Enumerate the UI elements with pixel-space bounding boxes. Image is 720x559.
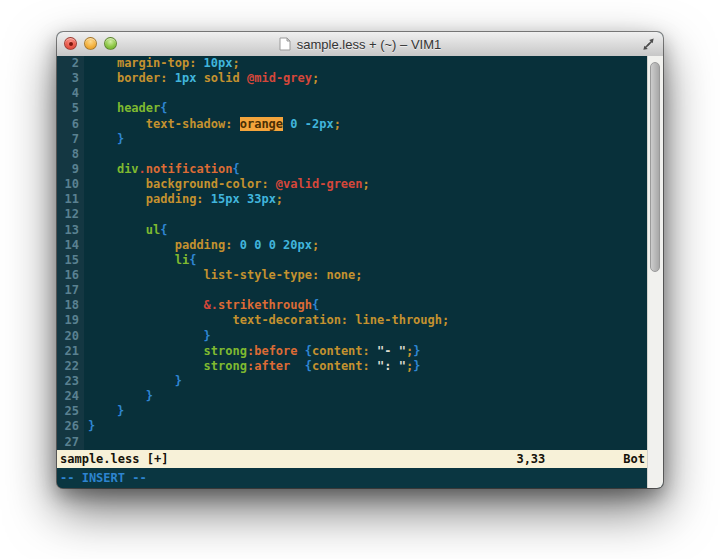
line-number: 22 xyxy=(57,359,84,374)
code-line[interactable]: 3 border: 1px solid @mid-grey; xyxy=(57,71,647,86)
line-content: padding: 15px 33px; xyxy=(84,192,283,207)
line-content: header{ xyxy=(84,101,168,116)
fullscreen-icon[interactable] xyxy=(641,37,656,52)
code-line[interactable]: 14 padding: 0 0 0 20px; xyxy=(57,238,647,253)
line-number: 9 xyxy=(57,162,84,177)
code-line[interactable]: 10 background-color: @valid-green; xyxy=(57,177,647,192)
code-line[interactable]: 27 xyxy=(57,435,647,450)
search-highlight: orange xyxy=(240,117,283,131)
code-line[interactable]: 7 } xyxy=(57,132,647,147)
line-content: margin-top: 10px; xyxy=(84,56,240,71)
code-line[interactable]: 8 xyxy=(57,147,647,162)
code-line[interactable]: 15 li{ xyxy=(57,253,647,268)
scrollbar-thumb[interactable] xyxy=(650,62,660,272)
line-content: } xyxy=(84,132,124,147)
line-number: 19 xyxy=(57,313,84,328)
window-controls xyxy=(64,37,117,50)
code-line[interactable]: 20 } xyxy=(57,329,647,344)
line-number: 4 xyxy=(57,86,84,101)
statusline-cursor-position: 3,33 xyxy=(516,452,545,466)
code-line[interactable]: 16 list-style-type: none; xyxy=(57,268,647,283)
line-number: 25 xyxy=(57,404,84,419)
code-line[interactable]: 19 text-decoration: line-through; xyxy=(57,313,647,328)
code-line[interactable]: 11 padding: 15px 33px; xyxy=(57,192,647,207)
line-content: padding: 0 0 0 20px; xyxy=(84,238,319,253)
line-number: 13 xyxy=(57,223,84,238)
code-line[interactable]: 4 xyxy=(57,86,647,101)
line-content: } xyxy=(84,404,124,419)
line-number: 27 xyxy=(57,435,84,450)
line-number: 2 xyxy=(57,56,84,71)
code-line[interactable]: 6 text-shadow: orange 0 -2px; xyxy=(57,117,647,132)
line-content xyxy=(84,147,88,162)
line-content: &.strikethrough{ xyxy=(84,298,319,313)
line-number: 5 xyxy=(57,101,84,116)
command-line: -- INSERT -- xyxy=(57,468,647,488)
line-number: 20 xyxy=(57,329,84,344)
line-content: list-style-type: none; xyxy=(84,268,363,283)
code-line[interactable]: 9 div.notification{ xyxy=(57,162,647,177)
line-number: 6 xyxy=(57,117,84,132)
code-line[interactable]: 26} xyxy=(57,419,647,434)
minimize-button[interactable] xyxy=(84,37,97,50)
editor-main: 2 margin-top: 10px;3 border: 1px solid @… xyxy=(57,56,647,488)
title-group: sample.less + (~) – VIM1 xyxy=(279,37,442,52)
statusline-filename: sample.less [+] xyxy=(60,452,516,466)
vim-window: sample.less + (~) – VIM1 2 margin-top: 1… xyxy=(57,32,663,488)
line-content xyxy=(84,86,88,101)
window-title: sample.less + (~) – VIM1 xyxy=(297,37,442,52)
code-line[interactable]: 23 } xyxy=(57,374,647,389)
code-line[interactable]: 25 } xyxy=(57,404,647,419)
line-number: 24 xyxy=(57,389,84,404)
line-number: 16 xyxy=(57,268,84,283)
scrollbar-track[interactable] xyxy=(647,56,663,488)
line-content: } xyxy=(84,374,182,389)
close-button[interactable] xyxy=(64,37,77,50)
title-bar[interactable]: sample.less + (~) – VIM1 xyxy=(57,32,663,57)
line-number: 21 xyxy=(57,344,84,359)
line-content: strong:after {content: ": ";} xyxy=(84,359,420,374)
line-content: text-decoration: line-through; xyxy=(84,313,449,328)
line-content: li{ xyxy=(84,253,196,268)
code-line[interactable]: 22 strong:after {content: ": ";} xyxy=(57,359,647,374)
line-number: 7 xyxy=(57,132,84,147)
line-number: 15 xyxy=(57,253,84,268)
line-number: 8 xyxy=(57,147,84,162)
code-lines[interactable]: 2 margin-top: 10px;3 border: 1px solid @… xyxy=(57,56,647,450)
line-content xyxy=(84,207,88,222)
line-content: strong:before {content: "- ";} xyxy=(84,344,420,359)
code-line[interactable]: 24 } xyxy=(57,389,647,404)
line-content xyxy=(84,283,88,298)
line-number: 14 xyxy=(57,238,84,253)
line-content xyxy=(84,435,88,450)
line-number: 23 xyxy=(57,374,84,389)
line-content: } xyxy=(84,389,153,404)
line-number: 26 xyxy=(57,419,84,434)
line-number: 3 xyxy=(57,71,84,86)
zoom-button[interactable] xyxy=(104,37,117,50)
line-number: 17 xyxy=(57,283,84,298)
document-icon[interactable] xyxy=(279,37,291,51)
code-line[interactable]: 5 header{ xyxy=(57,101,647,116)
line-content: } xyxy=(84,329,211,344)
line-number: 12 xyxy=(57,207,84,222)
line-content: text-shadow: orange 0 -2px; xyxy=(84,117,341,132)
line-number: 11 xyxy=(57,192,84,207)
code-line[interactable]: 2 margin-top: 10px; xyxy=(57,56,647,71)
line-content: ul{ xyxy=(84,223,167,238)
line-content: background-color: @valid-green; xyxy=(84,177,370,192)
status-line: sample.less [+] 3,33 Bot xyxy=(57,450,647,468)
code-line[interactable]: 21 strong:before {content: "- ";} xyxy=(57,344,647,359)
line-number: 18 xyxy=(57,298,84,313)
window-content: 2 margin-top: 10px;3 border: 1px solid @… xyxy=(57,56,663,488)
code-line[interactable]: 12 xyxy=(57,207,647,222)
code-line[interactable]: 18 &.strikethrough{ xyxy=(57,298,647,313)
line-content: border: 1px solid @mid-grey; xyxy=(84,71,319,86)
code-line[interactable]: 17 xyxy=(57,283,647,298)
line-content: } xyxy=(84,419,95,434)
line-content: div.notification{ xyxy=(84,162,240,177)
statusline-scroll-indicator: Bot xyxy=(623,452,645,466)
line-number: 10 xyxy=(57,177,84,192)
code-line[interactable]: 13 ul{ xyxy=(57,223,647,238)
